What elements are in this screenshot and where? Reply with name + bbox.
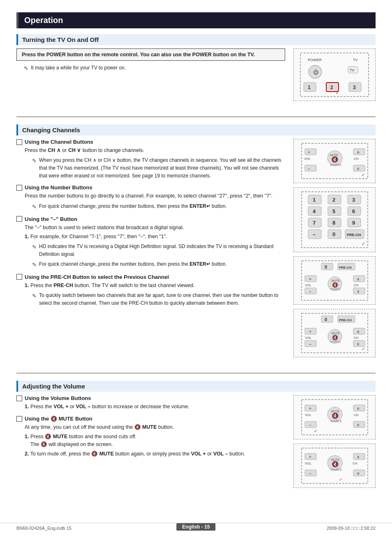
remote-ch4-box: 0 PRE-CH + VOL – MUTE 🔇 xyxy=(293,309,376,357)
channel-buttons-note-0: ✎ When you press the CH ∧ or CH ∨ button… xyxy=(32,156,285,179)
svg-text:MUTE: MUTE xyxy=(332,279,340,282)
dash-button-body: The "–" button is used to select station… xyxy=(25,224,285,269)
checkbox-prech-btn xyxy=(16,274,22,280)
svg-text:1: 1 xyxy=(308,85,311,90)
svg-text:✓: ✓ xyxy=(336,90,339,95)
svg-text:VOL: VOL xyxy=(305,413,312,417)
svg-text:VOL: VOL xyxy=(305,336,312,340)
svg-text:✓: ✓ xyxy=(362,347,365,351)
note-icon-num: ✎ xyxy=(32,203,37,211)
footer-center: English - 15 xyxy=(176,523,215,531)
svg-text:8: 8 xyxy=(332,220,335,226)
remote-vol1-svg: + VOL – MUTE 🔇 SOURCE ∧ CH xyxy=(301,399,369,436)
prech-button-title: Using the PRE-CH Button to select the Pr… xyxy=(16,274,285,280)
svg-text:∧: ∧ xyxy=(357,277,360,281)
note-icon-ch: ✎ xyxy=(32,157,37,165)
turning-tv-note-0: ✎ It may take a while for your TV to pow… xyxy=(24,65,285,71)
volume-remotes: + VOL – MUTE 🔇 SOURCE ∧ CH xyxy=(293,395,376,492)
svg-text:0: 0 xyxy=(332,231,335,237)
volume-buttons-title: Using the Volume Buttons xyxy=(16,395,285,401)
svg-text:⏻: ⏻ xyxy=(313,69,318,75)
svg-text:–: – xyxy=(309,471,311,476)
section-channels-title: Changing Channels xyxy=(16,124,376,136)
mute-button-title: Using the 🔇 MUTE Button xyxy=(16,416,285,422)
note-icon-dash-0: ✎ xyxy=(32,243,37,251)
svg-text:PRE-CH: PRE-CH xyxy=(339,318,352,322)
svg-text:CH: CH xyxy=(354,336,359,340)
svg-text:✓: ✓ xyxy=(314,429,317,433)
svg-text:🔇: 🔇 xyxy=(331,156,339,163)
svg-text:–: – xyxy=(309,342,311,346)
section-turning-tv: Turning the TV On and Off Press the POWE… xyxy=(16,34,376,105)
turning-tv-header-box: Press the POWER button on the remote con… xyxy=(16,48,285,61)
svg-text:0: 0 xyxy=(325,317,327,322)
svg-text:VOL: VOL xyxy=(305,462,312,465)
dash-note-0: ✎ HD indicates the TV is receiving a Dig… xyxy=(32,243,285,258)
remote-ch3-box: 0 PRE-CH + VOL – MUTE 🔇 xyxy=(293,256,376,305)
svg-text:✓: ✓ xyxy=(362,241,365,246)
svg-text:0: 0 xyxy=(325,264,327,269)
number-buttons-title: Using the Number Buttons xyxy=(16,184,285,191)
svg-text:1: 1 xyxy=(313,197,316,203)
dash-note-1: ✎ For quick channel change, press the nu… xyxy=(32,260,285,269)
footer-right: 2009-09-10 □□□ 2:58:22 xyxy=(327,526,376,531)
svg-text:TV: TV xyxy=(350,68,355,72)
svg-text:3: 3 xyxy=(352,197,355,203)
svg-text:4: 4 xyxy=(313,208,316,214)
page-title: Operation xyxy=(24,16,63,25)
remote-ch1-svg: + VOL – MUTE 🔇 SOURCE ∧ xyxy=(301,143,369,179)
svg-text:∨: ∨ xyxy=(357,166,360,171)
svg-text:5: 5 xyxy=(332,208,335,214)
subsection-volume-buttons: Using the Volume Buttons 1. Press the VO… xyxy=(16,395,285,411)
svg-text:MUTE: MUTE xyxy=(332,332,340,335)
svg-text:–: – xyxy=(313,231,316,237)
mute-btn-label: Using the 🔇 MUTE Button xyxy=(25,416,92,422)
channels-remotes: + VOL – MUTE 🔇 SOURCE ∧ xyxy=(293,139,376,361)
page-title-bar: Operation xyxy=(16,12,376,28)
volume-step-0: 1. Press the VOL + or VOL – button to in… xyxy=(25,403,285,411)
svg-text:TV: TV xyxy=(353,58,358,62)
svg-text:+: + xyxy=(309,329,311,334)
channel-buttons-text: Press the CH ∧ or CH ∨ button to change … xyxy=(25,147,285,154)
remote-power-svg: POWER TV ⏻ TV 1 2 3 xyxy=(300,52,369,97)
svg-text:✓: ✓ xyxy=(362,172,365,177)
channel-buttons-title: Using the Channel Buttons xyxy=(16,139,285,145)
remote-numpad-svg: 1 2 3 4 5 6 7 xyxy=(301,191,369,248)
remote-ch1-box: + VOL – MUTE 🔇 SOURCE ∧ xyxy=(293,139,376,183)
number-buttons-text: Press the number buttons to go directly … xyxy=(25,192,285,200)
svg-rect-15 xyxy=(305,149,316,155)
subsection-dash-button: Using the "–" Button The "–" button is u… xyxy=(16,216,285,269)
footer-left: BN68-02426A_Eng.indb 15 xyxy=(16,526,71,531)
number-buttons-note-0: ✎ For quick channel change, press the nu… xyxy=(32,202,285,211)
checkbox-num-btn xyxy=(16,185,22,191)
svg-text:–: – xyxy=(308,166,310,171)
svg-text:+: + xyxy=(309,455,311,459)
svg-text:CH: CH xyxy=(353,462,357,465)
svg-text:PRE-CH: PRE-CH xyxy=(347,233,361,237)
svg-rect-18 xyxy=(305,165,316,171)
svg-text:🔇: 🔇 xyxy=(332,334,338,340)
section-changing-channels: Changing Channels Using the Channel Butt… xyxy=(16,124,376,361)
svg-text:VOL: VOL xyxy=(304,157,311,161)
number-buttons-body: Press the number buttons to go directly … xyxy=(25,192,285,211)
svg-text:∧: ∧ xyxy=(357,455,360,459)
volume-text: Using the Volume Buttons 1. Press the VO… xyxy=(16,395,285,492)
channels-content: Using the Channel Buttons Press the CH ∧… xyxy=(16,139,376,361)
svg-text:CH: CH xyxy=(354,413,359,417)
turning-tv-note-text-0: It may take a while for your TV to power… xyxy=(31,65,126,71)
turning-tv-text: Press the POWER button on the remote con… xyxy=(16,48,285,105)
checkbox-vol-btn xyxy=(16,395,22,401)
subsection-number-buttons: Using the Number Buttons Press the numbe… xyxy=(16,184,285,211)
svg-text:∨: ∨ xyxy=(357,471,360,476)
svg-text:CH: CH xyxy=(354,283,359,287)
page-container: Operation Turning the TV On and Off Pres… xyxy=(0,0,392,538)
svg-text:SOURCE: SOURCE xyxy=(330,468,342,471)
dash-step-0: 1. For example, for Channel "7-1", press… xyxy=(25,233,285,241)
svg-text:2: 2 xyxy=(330,85,333,90)
turning-tv-remote: POWER TV ⏻ TV 1 2 3 xyxy=(293,48,376,105)
note-icon-dash-1: ✎ xyxy=(32,261,37,269)
mute-step-0: 1. Press 🔇 MUTE button and the sound cut… xyxy=(25,433,285,449)
note-icon-prech: ✎ xyxy=(32,292,37,300)
svg-text:SOURCE: SOURCE xyxy=(330,288,341,290)
svg-text:–: – xyxy=(309,289,311,294)
